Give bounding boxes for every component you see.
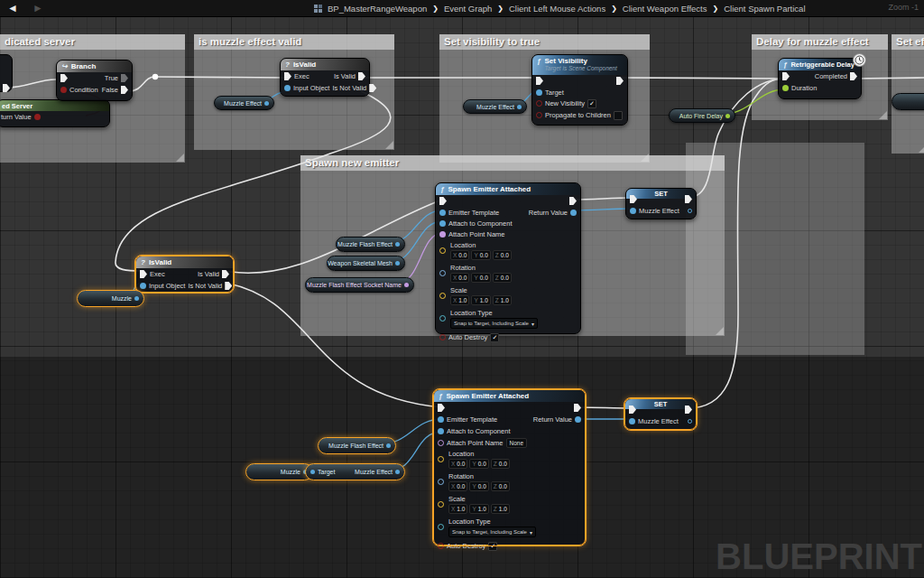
comment-title[interactable]: dicated server — [0, 34, 185, 50]
pill-muzzle-effect[interactable]: Muzzle Effect — [214, 96, 274, 110]
name-out-pin[interactable] — [404, 283, 409, 287]
target-in-pin[interactable] — [310, 470, 315, 474]
node-spawn-emitter-bottom[interactable]: ƒ Spawn Emitter Attached Emitter Templat… — [433, 389, 586, 545]
pill-muzzle-effect[interactable]: Muzzle Effect — [463, 99, 527, 114]
return-value-pin[interactable] — [34, 114, 41, 120]
new-visibility-pin[interactable] — [536, 100, 542, 107]
attach-point-name-pin[interactable] — [438, 440, 444, 446]
pill-muzzle-flash-socket-name[interactable]: Muzzle Flash Effect Socket Name — [305, 277, 414, 293]
back-arrow-icon[interactable]: ◄ — [7, 1, 18, 15]
attach-point-name-pin[interactable] — [439, 231, 446, 238]
pill-muzzle[interactable]: Muzzle — [245, 463, 313, 480]
breadcrumb-item-left-mouse[interactable]: Client Left Mouse Actions — [509, 4, 605, 14]
auto-destroy-pin[interactable] — [438, 543, 444, 549]
location-type-pin[interactable] — [439, 315, 446, 322]
variable-out-pin[interactable] — [688, 209, 692, 213]
scale-pin[interactable] — [439, 293, 446, 299]
propagate-checkbox[interactable] — [614, 111, 623, 120]
duration-pin[interactable] — [782, 85, 789, 91]
attach-to-component-pin[interactable] — [439, 220, 446, 227]
node-branch[interactable]: ↪ Branch True Condition False — [56, 60, 133, 101]
comment-title[interactable]: is muzzle effect valid — [194, 34, 394, 50]
pill-muzzle-flash-effect[interactable]: Muzzle Flash Effect — [318, 437, 396, 454]
exec-in-pin[interactable] — [439, 197, 447, 205]
location-y-field[interactable]: Y0.0 — [471, 250, 490, 260]
attach-point-name-field[interactable]: None — [506, 438, 528, 448]
input-object-pin[interactable] — [140, 283, 146, 289]
is-valid-pin[interactable] — [222, 270, 229, 278]
breadcrumb-item-blueprint[interactable]: BP_MasterRangeWeapon — [328, 4, 427, 14]
location-z-field[interactable]: Z0.0 — [491, 459, 510, 469]
target-pin[interactable] — [536, 89, 542, 96]
breadcrumb-item-spawn-partical[interactable]: Client Spawn Partical — [724, 4, 805, 14]
location-pin[interactable] — [439, 247, 446, 254]
pill-partial-right[interactable] — [892, 93, 924, 110]
location-type-dropdown[interactable]: Snap to Target, Including Scale ▾ — [448, 527, 536, 537]
object-out-pin[interactable] — [134, 296, 139, 301]
scale-z-field[interactable]: Z1.0 — [491, 504, 510, 514]
pill-auto-fire-delay[interactable]: Auto Fire Delay — [669, 108, 735, 123]
float-out-pin[interactable] — [725, 114, 730, 118]
location-pin[interactable] — [438, 456, 444, 462]
node-isvalid-top[interactable]: ? IsValid Exec Is Valid Input Object Is … — [280, 58, 370, 97]
emitter-template-pin[interactable] — [438, 416, 444, 423]
forward-arrow-icon[interactable]: ► — [32, 1, 43, 15]
breadcrumb-item-event-graph[interactable]: Event Graph — [444, 4, 492, 14]
comment-title[interactable]: Spawn new emitter — [300, 155, 725, 171]
comment-title[interactable]: Delay for muzzle effect — [752, 34, 888, 50]
rotation-x-field[interactable]: X0.0 — [450, 273, 469, 283]
exec-out-pin[interactable] — [3, 84, 10, 92]
exec-in-pin[interactable] — [782, 72, 790, 80]
object-out-pin[interactable] — [386, 443, 391, 448]
node-spawn-emitter-top[interactable]: ƒ Spawn Emitter Attached Emitter Templat… — [435, 182, 581, 334]
scale-y-field[interactable]: Y1.0 — [469, 504, 488, 514]
object-out-pin[interactable] — [395, 261, 400, 266]
exec-in-pin[interactable] — [140, 270, 147, 278]
pill-muzzle-flash-effect[interactable]: Muzzle Flash Effect — [336, 237, 405, 252]
auto-destroy-pin[interactable] — [439, 334, 446, 340]
variable-out-pin[interactable] — [688, 419, 692, 424]
exec-in-pin[interactable] — [438, 404, 445, 412]
location-z-field[interactable]: Z0.0 — [493, 250, 512, 260]
auto-destroy-checkbox[interactable]: ✓ — [488, 542, 497, 551]
object-out-pin[interactable] — [395, 242, 400, 247]
variable-in-pin[interactable] — [630, 208, 636, 214]
exec-in-pin[interactable] — [536, 77, 543, 85]
node-isvalid-mid[interactable]: ? IsValid Exec Is Valid Input Object Is … — [135, 256, 234, 293]
rotation-x-field[interactable]: X0.0 — [448, 481, 467, 491]
location-type-pin[interactable] — [438, 524, 444, 530]
rotation-pin[interactable] — [438, 479, 444, 485]
scale-x-field[interactable]: X1.0 — [448, 504, 467, 514]
comment-title[interactable]: Set ef — [892, 34, 924, 50]
location-y-field[interactable]: Y0.0 — [469, 459, 488, 469]
node-is-dedicated-server[interactable]: ed Server turn Value — [0, 99, 110, 127]
return-value-pin[interactable] — [570, 210, 577, 216]
node-partial-left[interactable] — [0, 54, 13, 92]
scale-x-field[interactable]: X1.0 — [450, 295, 469, 305]
pill-target-muzzle-effect[interactable]: Target Muzzle Effect — [305, 463, 405, 480]
input-object-pin[interactable] — [284, 85, 291, 91]
variable-in-pin[interactable] — [629, 418, 635, 424]
new-visibility-checkbox[interactable]: ✓ — [587, 99, 596, 108]
scale-y-field[interactable]: Y1.0 — [471, 295, 490, 305]
location-type-dropdown[interactable]: Snap to Target, Including Scale ▾ — [450, 318, 538, 329]
rotation-z-field[interactable]: Z0.0 — [491, 481, 510, 491]
exec-in-pin[interactable] — [60, 74, 68, 82]
rotation-pin[interactable] — [439, 270, 446, 276]
is-not-valid-pin[interactable] — [225, 282, 232, 290]
exec-out-pin[interactable] — [616, 77, 624, 85]
scale-z-field[interactable]: Z1.0 — [493, 295, 512, 305]
rotation-y-field[interactable]: Y0.0 — [471, 273, 490, 283]
node-retriggerable-delay[interactable]: ƒ Retriggerable Delay Completed Duration — [778, 58, 862, 99]
exec-out-pin[interactable] — [569, 197, 577, 205]
rotation-z-field[interactable]: Z0.0 — [493, 273, 512, 283]
auto-destroy-checkbox[interactable]: ✓ — [490, 333, 499, 342]
rotation-y-field[interactable]: Y0.0 — [469, 481, 488, 491]
node-set-visibility[interactable]: ƒ Set Visibility Target is Scene Compone… — [531, 54, 628, 126]
location-x-field[interactable]: X0.0 — [448, 459, 467, 469]
is-valid-pin[interactable] — [358, 72, 365, 80]
node-set-muzzle-effect-top[interactable]: SET Muzzle Effect — [625, 188, 697, 219]
true-exec-pin[interactable] — [121, 74, 128, 82]
graph-canvas[interactable]: BLUEPRINT dicated server is muzzle effec… — [0, 16, 924, 578]
breadcrumb-item-weapon-effects[interactable]: Client Weapon Effects — [623, 4, 707, 14]
